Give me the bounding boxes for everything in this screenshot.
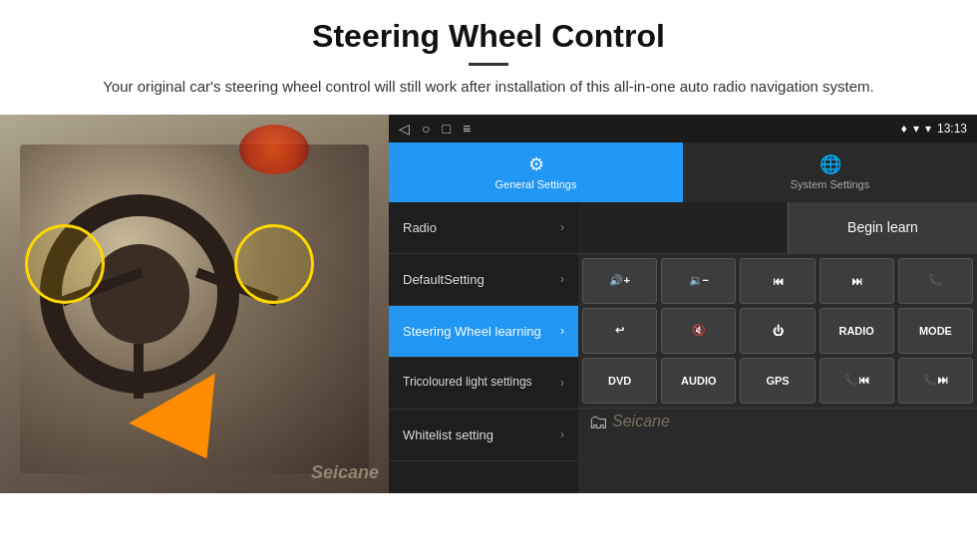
call-end-button[interactable]: ↩: [582, 308, 657, 354]
menu-arrow-steering: ›: [560, 324, 564, 338]
highlight-circle-left: [25, 224, 105, 304]
btn-row-2: ↩ 🔇 ⏻ RADIO MODE: [582, 308, 973, 354]
seicane-label: Seicane: [612, 413, 670, 430]
power-button[interactable]: ⏻: [740, 308, 814, 354]
phone-prev-icon: 📞⏮: [844, 374, 869, 387]
learn-input-field[interactable]: [578, 202, 788, 253]
clock: 13:13: [937, 122, 967, 136]
gps-button[interactable]: GPS: [740, 358, 814, 404]
next-track-icon: ⏭: [851, 275, 862, 287]
bottom-partial: 🗂 Seicane: [578, 408, 977, 435]
title-divider: [469, 63, 508, 66]
page-subtitle: Your original car's steering wheel contr…: [80, 76, 897, 99]
phone-next-button[interactable]: 📞⏭: [898, 358, 973, 404]
phone-icon: 📞: [928, 274, 942, 287]
power-icon: ⏻: [773, 325, 784, 337]
phone-next-icon: 📞⏭: [923, 374, 948, 387]
radio-button[interactable]: RADIO: [819, 308, 894, 354]
highlight-circle-right: [234, 224, 314, 304]
audio-button[interactable]: AUDIO: [661, 358, 736, 404]
menu-whitelist-label: Whitelist setting: [403, 427, 493, 442]
dvd-button[interactable]: DVD: [582, 358, 657, 404]
tab-general-settings[interactable]: ⚙ General Settings: [389, 142, 683, 202]
btn-row-3: DVD AUDIO GPS 📞⏮ 📞⏭: [582, 358, 973, 404]
steering-wheel-center: [90, 244, 189, 344]
bottom-icon: 🗂: [588, 411, 608, 433]
begin-learn-button[interactable]: Begin learn: [788, 202, 977, 253]
menu-item-radio[interactable]: Radio ›: [389, 202, 578, 254]
nav-back-icon[interactable]: ◁: [399, 121, 410, 137]
vol-up-button[interactable]: 🔊+: [582, 258, 657, 304]
menu-list: Radio › DefaultSetting › Steering Wheel …: [389, 202, 578, 493]
audio-label: AUDIO: [681, 375, 716, 387]
wifi-icon: ▾: [913, 122, 919, 136]
buttons-grid: 🔊+ 🔉− ⏮ ⏭ 📞: [578, 254, 977, 408]
controls-panel: Begin learn 🔊+ 🔉− ⏮: [578, 202, 977, 493]
tab-bar: ⚙ General Settings 🌐 System Settings: [389, 142, 977, 202]
menu-arrow-tricoloured: ›: [560, 376, 564, 390]
menu-arrow-radio: ›: [560, 220, 564, 234]
menu-item-tricoloured[interactable]: Tricoloured light settings ›: [389, 358, 578, 410]
globe-icon: 🌐: [819, 153, 841, 175]
btn-row-1: 🔊+ 🔉− ⏮ ⏭ 📞: [582, 258, 973, 304]
arrow-container: [130, 384, 249, 463]
watermark: Seicane: [311, 462, 379, 483]
next-track-button[interactable]: ⏭: [819, 258, 894, 304]
mode-button[interactable]: MODE: [898, 308, 973, 354]
nav-recent-icon[interactable]: □: [442, 121, 450, 137]
menu-item-whitelist[interactable]: Whitelist setting ›: [389, 410, 578, 461]
status-bar: ◁ ○ □ ≡ ♦ ▾ ▾ 13:13: [389, 115, 977, 142]
mute-icon: 🔇: [692, 324, 706, 337]
mute-button[interactable]: 🔇: [661, 308, 736, 354]
prev-track-icon: ⏮: [773, 275, 784, 287]
phone-button[interactable]: 📞: [898, 258, 973, 304]
tab-general-label: General Settings: [495, 178, 577, 190]
dvd-label: DVD: [608, 375, 631, 387]
main-content: Seicane ◁ ○ □ ≡ ♦ ▾ ▾ 13:13 ⚙ General Se…: [0, 115, 977, 493]
page-title: Steering Wheel Control: [60, 18, 917, 55]
vol-up-icon: 🔊+: [609, 274, 629, 287]
page-header: Steering Wheel Control Your original car…: [0, 0, 977, 109]
radio-label: RADIO: [838, 325, 873, 337]
gps-label: GPS: [766, 375, 789, 387]
mode-label: MODE: [919, 325, 952, 337]
dashboard-gauge: [239, 125, 309, 174]
tab-system-settings[interactable]: 🌐 System Settings: [683, 142, 977, 202]
call-end-icon: ↩: [615, 324, 624, 337]
menu-arrow-whitelist: ›: [560, 427, 564, 441]
car-photo: Seicane: [0, 115, 389, 493]
location-icon: ♦: [901, 122, 907, 136]
menu-steering-label: Steering Wheel learning: [403, 324, 541, 339]
nav-icons: ◁ ○ □ ≡: [399, 121, 471, 137]
menu-arrow-default: ›: [560, 272, 564, 286]
phone-prev-button[interactable]: 📞⏮: [819, 358, 894, 404]
nav-menu-icon[interactable]: ≡: [463, 121, 471, 137]
status-indicators: ♦ ▾ ▾ 13:13: [901, 122, 967, 136]
menu-item-steering[interactable]: Steering Wheel learning ›: [389, 306, 578, 358]
android-ui: ◁ ○ □ ≡ ♦ ▾ ▾ 13:13 ⚙ General Settings 🌐…: [389, 115, 977, 493]
menu-item-default[interactable]: DefaultSetting ›: [389, 254, 578, 306]
gear-icon: ⚙: [528, 153, 544, 175]
tab-system-label: System Settings: [791, 178, 869, 190]
menu-default-label: DefaultSetting: [403, 272, 485, 287]
menu-tricoloured-label: Tricoloured light settings: [403, 375, 532, 391]
prev-track-button[interactable]: ⏮: [740, 258, 814, 304]
begin-learn-row: Begin learn: [578, 202, 977, 254]
content-area: Radio › DefaultSetting › Steering Wheel …: [389, 202, 977, 493]
menu-radio-label: Radio: [403, 220, 437, 235]
vol-down-icon: 🔉−: [689, 274, 709, 287]
vol-down-button[interactable]: 🔉−: [661, 258, 736, 304]
nav-home-icon[interactable]: ○: [422, 121, 430, 137]
signal-icon: ▾: [925, 122, 931, 136]
